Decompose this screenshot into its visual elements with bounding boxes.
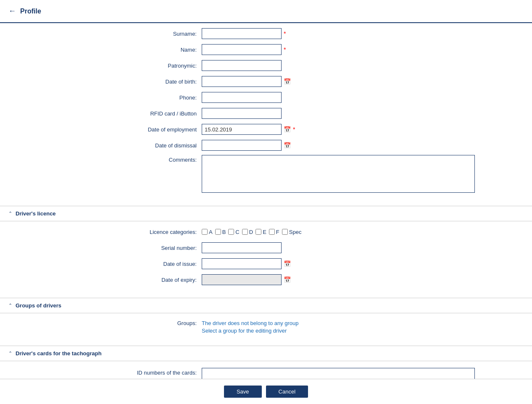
main-content: Surname: * Name: * Patronymic: Date of b… <box>0 23 532 404</box>
cat-b-label[interactable]: B <box>222 229 226 235</box>
date-of-issue-label: Date of issue: <box>0 261 202 267</box>
drivers-licence-header[interactable]: ⌃ Driver's licence <box>0 206 532 221</box>
dob-row: Date of birth: 📅 <box>0 75 532 88</box>
dismissal-calendar-icon[interactable]: 📅 <box>284 142 291 149</box>
dismissal-label: Date of dismissal <box>0 142 202 149</box>
page-title: Profile <box>20 8 41 15</box>
cat-d-checkbox[interactable] <box>242 229 248 235</box>
surname-row: Surname: * <box>0 27 532 40</box>
cat-a-checkbox[interactable] <box>202 229 208 235</box>
footer: Save Cancel <box>0 379 532 404</box>
comments-textarea[interactable] <box>202 155 475 193</box>
surname-label: Surname: <box>0 31 202 37</box>
drivers-licence-title: Driver's licence <box>16 210 56 217</box>
name-label: Name: <box>0 47 202 53</box>
serial-number-label: Serial number: <box>0 245 202 251</box>
header: ← Profile <box>0 0 532 23</box>
select-group-link[interactable]: Select a group for the editing driver <box>202 328 299 334</box>
employment-label: Date of employment <box>0 126 202 133</box>
cat-b-checkbox[interactable] <box>215 229 221 235</box>
back-button[interactable]: ← <box>8 7 16 16</box>
cat-a-label[interactable]: A <box>209 229 213 235</box>
cat-spec-label[interactable]: Spec <box>289 229 302 235</box>
drivers-licence-chevron: ⌃ <box>8 211 12 216</box>
drivers-cards-header[interactable]: ⌃ Driver's cards for the tachograph <box>0 346 532 361</box>
rfid-input[interactable] <box>202 108 282 119</box>
dob-calendar-icon[interactable]: 📅 <box>284 78 291 85</box>
name-input[interactable] <box>202 44 282 55</box>
cat-d-item: D <box>242 229 253 235</box>
cat-f-checkbox[interactable] <box>269 229 275 235</box>
employment-calendar-icon[interactable]: 📅 <box>284 126 291 133</box>
rfid-row: RFID card / iButton <box>0 107 532 120</box>
serial-number-input[interactable] <box>202 242 282 253</box>
surname-required: * <box>284 30 286 37</box>
patronymic-label: Patronymic: <box>0 63 202 69</box>
date-of-issue-row: Date of issue: 📅 <box>0 257 532 270</box>
dismissal-row: Date of dismissal 📅 <box>0 139 532 152</box>
date-of-expiry-row: Date of expiry: 📅 <box>0 273 532 286</box>
drivers-licence-section: ⌃ Driver's licence Licence categories: A… <box>0 206 532 298</box>
surname-input[interactable] <box>202 28 282 39</box>
rfid-label: RFID card / iButton <box>0 110 202 117</box>
cat-c-label[interactable]: C <box>235 229 239 235</box>
groups-chevron: ⌃ <box>8 303 12 308</box>
drivers-cards-chevron: ⌃ <box>8 351 12 356</box>
cat-e-item: E <box>255 229 266 235</box>
comments-label: Comments: <box>0 155 202 163</box>
id-numbers-label: ID numbers of the cards: <box>0 368 202 376</box>
cancel-button[interactable]: Cancel <box>266 386 308 398</box>
date-of-issue-input[interactable] <box>202 258 282 269</box>
serial-number-row: Serial number: <box>0 241 532 254</box>
cat-a-item: A <box>202 229 213 235</box>
groups-section: ⌃ Groups of drivers Groups: The driver d… <box>0 298 532 346</box>
patronymic-input[interactable] <box>202 60 282 71</box>
patronymic-row: Patronymic: <box>0 59 532 72</box>
dob-label: Date of birth: <box>0 79 202 85</box>
date-of-issue-calendar-icon[interactable]: 📅 <box>284 260 291 267</box>
groups-label: Groups: <box>0 320 202 326</box>
employment-required: * <box>293 126 295 133</box>
cat-e-label[interactable]: E <box>263 229 266 235</box>
groups-form: Groups: The driver does not belong to an… <box>0 313 532 341</box>
cat-b-item: B <box>215 229 226 235</box>
personal-info-section: Surname: * Name: * Patronymic: Date of b… <box>0 23 532 206</box>
licence-categories-group: A B C D E <box>202 229 301 235</box>
groups-row: Groups: The driver does not belong to an… <box>0 317 532 334</box>
drivers-cards-title: Driver's cards for the tachograph <box>16 350 102 357</box>
comments-wrapper <box>202 155 475 194</box>
cat-c-checkbox[interactable] <box>228 229 234 235</box>
name-row: Name: * <box>0 43 532 56</box>
cat-c-item: C <box>228 229 239 235</box>
phone-input[interactable] <box>202 92 282 103</box>
drivers-licence-form: Licence categories: A B C <box>0 221 532 294</box>
phone-row: Phone: <box>0 91 532 104</box>
cat-spec-item: Spec <box>282 229 302 235</box>
date-of-expiry-input[interactable] <box>202 274 282 285</box>
dismissal-input[interactable] <box>202 140 282 151</box>
groups-section-header[interactable]: ⌃ Groups of drivers <box>0 298 532 313</box>
name-required: * <box>284 46 286 53</box>
cat-spec-checkbox[interactable] <box>282 229 288 235</box>
save-button[interactable]: Save <box>224 386 262 398</box>
date-of-expiry-label: Date of expiry: <box>0 277 202 283</box>
groups-content: The driver does not belong to any group … <box>202 320 299 334</box>
cat-f-label[interactable]: F <box>276 229 279 235</box>
licence-categories-row: Licence categories: A B C <box>0 226 532 238</box>
licence-categories-label: Licence categories: <box>0 229 202 235</box>
comments-row: Comments: <box>0 155 532 194</box>
date-of-expiry-calendar-icon[interactable]: 📅 <box>284 276 291 283</box>
cat-d-label[interactable]: D <box>249 229 253 235</box>
employment-input[interactable] <box>202 124 282 135</box>
phone-label: Phone: <box>0 94 202 101</box>
cat-e-checkbox[interactable] <box>255 229 261 235</box>
dob-input[interactable] <box>202 76 282 87</box>
employment-row: Date of employment 📅 * <box>0 123 532 136</box>
personal-info-form: Surname: * Name: * Patronymic: Date of b… <box>0 23 532 202</box>
groups-section-title: Groups of drivers <box>16 302 61 309</box>
no-group-text: The driver does not belong to any group <box>202 320 299 326</box>
cat-f-item: F <box>269 229 279 235</box>
